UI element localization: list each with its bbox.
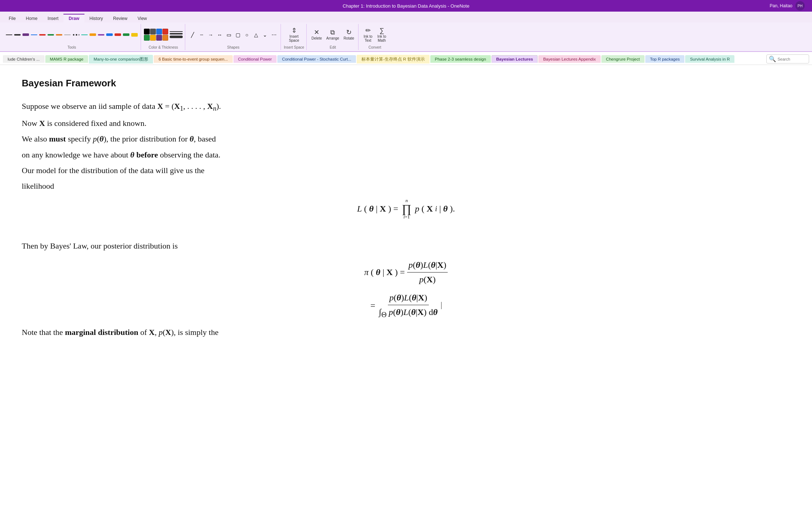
insert-space-label: InsertSpace bbox=[289, 34, 299, 42]
edit-content: ✕ Delete ⧉ Arrange ↻ Rotate bbox=[310, 24, 356, 45]
shapes-content: ╱ ┄ → ↔ ▭ ▢ ○ △ ⌄ ⋯ bbox=[188, 24, 278, 45]
swatch-yellow[interactable] bbox=[150, 35, 156, 41]
delete-label: Delete bbox=[311, 36, 322, 40]
edit-label: Edit bbox=[310, 45, 356, 50]
nav-tabs-right: 🔍 bbox=[766, 54, 809, 64]
tab-history[interactable]: History bbox=[84, 14, 108, 22]
ink-to-text-icon: ✏ bbox=[365, 27, 371, 34]
frac-1-den: p(X) bbox=[418, 273, 437, 286]
shape-more[interactable]: ⋯ bbox=[270, 31, 278, 39]
swatch-purple[interactable] bbox=[156, 35, 162, 41]
tab-review[interactable]: Review bbox=[108, 14, 132, 22]
arrange-button[interactable]: ⧉ Arrange bbox=[324, 28, 341, 41]
pen-tool-3[interactable] bbox=[22, 31, 30, 39]
shape-rect[interactable]: ▭ bbox=[224, 31, 233, 39]
swatch-orange[interactable] bbox=[162, 35, 168, 41]
thickness-thick[interactable] bbox=[170, 36, 183, 38]
pen-tool-9[interactable] bbox=[72, 31, 80, 39]
prod-lower: i=1 bbox=[403, 214, 410, 219]
delete-button[interactable]: ✕ Delete bbox=[310, 28, 324, 41]
swatch-green[interactable] bbox=[144, 35, 150, 41]
shape-rounded-rect[interactable]: ▢ bbox=[233, 31, 242, 39]
color-label: Color & Thickness bbox=[144, 45, 183, 50]
user-name: Pan, Haitao bbox=[770, 3, 792, 8]
para-3: We also must specify p(θ), the prior dis… bbox=[22, 132, 790, 145]
tab-view[interactable]: View bbox=[132, 14, 152, 22]
posterior-row2: = p(θ)L(θ|X) ∫Θ p(θ)L(θ|X) dθ bbox=[370, 291, 442, 320]
tab-survival[interactable]: Survival Analysis in R bbox=[685, 55, 734, 63]
shape-triangle[interactable]: △ bbox=[252, 31, 260, 39]
shape-chevron[interactable]: ⌄ bbox=[261, 31, 269, 39]
pen-tool-16[interactable] bbox=[130, 31, 138, 39]
tab-draw[interactable]: Draw bbox=[63, 14, 84, 22]
thickness-medium[interactable] bbox=[170, 33, 183, 34]
swatch-darkgray[interactable] bbox=[150, 29, 156, 34]
tools-label: Tools bbox=[5, 45, 138, 50]
swatch-black[interactable] bbox=[144, 29, 150, 34]
ribbon: File Home Insert Draw History Review Vie… bbox=[0, 12, 812, 52]
tab-childrens[interactable]: lude Children's ... bbox=[3, 55, 45, 63]
pen-tool-2[interactable] bbox=[13, 31, 21, 39]
rotate-button[interactable]: ↻ Rotate bbox=[342, 28, 356, 41]
pen-row-2 bbox=[72, 31, 138, 39]
ink-to-text-label: Ink toText bbox=[364, 34, 372, 42]
pen-tool-7[interactable] bbox=[55, 31, 63, 39]
tab-insert[interactable]: Insert bbox=[42, 14, 63, 22]
pen-tool-10[interactable] bbox=[80, 31, 88, 39]
pen-tool-8[interactable] bbox=[63, 31, 71, 39]
tab-bayesian[interactable]: Bayesian Lectures bbox=[492, 55, 538, 63]
tab-home[interactable]: Home bbox=[21, 14, 42, 22]
thickness-thin[interactable] bbox=[170, 31, 183, 32]
shape-double-arrow[interactable]: ↔ bbox=[215, 31, 224, 39]
tab-cond-stoch[interactable]: Conditional Power - Stochastic Curt... bbox=[277, 55, 356, 63]
ribbon-group-color: Color & Thickness bbox=[142, 24, 185, 50]
formula-likelihood: L(θ|X) = n ∏ i=1 p(Xi|θ). bbox=[22, 198, 790, 219]
pen-tool-1[interactable] bbox=[5, 31, 13, 39]
tab-cond-power[interactable]: Conditional Power bbox=[233, 55, 277, 63]
tab-basic-time[interactable]: 6 Basic time-to-event group sequen... bbox=[154, 55, 232, 63]
shape-line[interactable]: ╱ bbox=[188, 31, 197, 39]
frac-2-num: p(θ)L(θ|X) bbox=[388, 291, 428, 305]
ink-to-math-button[interactable]: ∑ Ink toMath bbox=[375, 26, 388, 44]
para-1: Suppose we observe an iid sample of data… bbox=[22, 100, 790, 114]
pen-tool-6[interactable] bbox=[47, 31, 55, 39]
nav-tabs: lude Children's ... MAMS R package Many-… bbox=[0, 52, 812, 65]
shape-dashed-line[interactable]: ┄ bbox=[197, 31, 206, 39]
convert-content: ✏ Ink toText ∑ Ink toMath bbox=[361, 24, 388, 45]
color-swatches bbox=[144, 29, 168, 41]
frac-2-den: ∫Θ p(θ)L(θ|X) dθ bbox=[377, 305, 439, 320]
pen-tool-12[interactable] bbox=[97, 31, 105, 39]
tab-top-r[interactable]: Top R packages bbox=[645, 55, 684, 63]
arrange-label: Arrange bbox=[326, 36, 339, 40]
pen-tool-4[interactable] bbox=[30, 31, 38, 39]
tab-phase23[interactable]: Phase 2-3 seamless design bbox=[430, 55, 491, 63]
tab-many-to-one[interactable]: Many-to-one comparison图形 bbox=[89, 55, 153, 64]
tab-mams[interactable]: MAMS R package bbox=[45, 55, 88, 63]
ink-to-math-icon: ∑ bbox=[380, 27, 384, 34]
tab-file[interactable]: File bbox=[4, 14, 21, 22]
para-7: Then by Bayes' Law, our posterior distri… bbox=[22, 239, 790, 252]
swatch-red[interactable] bbox=[162, 29, 168, 34]
ribbon-group-shapes: ╱ ┄ → ↔ ▭ ▢ ○ △ ⌄ ⋯ Shapes bbox=[186, 24, 281, 50]
tab-chengrure[interactable]: Chengrure Project bbox=[601, 55, 645, 63]
shape-circle[interactable]: ○ bbox=[243, 31, 251, 39]
tab-bayesian-appendix[interactable]: Bayesian Lectures Appendix bbox=[538, 55, 600, 63]
shape-arrow[interactable]: → bbox=[206, 31, 215, 39]
ribbon-tab-bar: File Home Insert Draw History Review Vie… bbox=[0, 12, 812, 22]
swatch-blue[interactable] bbox=[156, 29, 162, 34]
page-content: Bayesian Framework Suppose we observe an… bbox=[0, 65, 812, 508]
pen-tool-15[interactable] bbox=[122, 31, 130, 39]
pen-tool-11[interactable] bbox=[89, 31, 97, 39]
search-input[interactable] bbox=[778, 57, 807, 61]
ink-to-text-button[interactable]: ✏ Ink toText bbox=[361, 26, 374, 44]
delete-icon: ✕ bbox=[314, 29, 319, 36]
search-icon: 🔍 bbox=[769, 56, 776, 62]
insert-space-label: Insert Space bbox=[284, 45, 304, 50]
tab-chinese[interactable]: 标本量计算-生存终点 R 软件演示 bbox=[357, 55, 430, 64]
insert-space-button[interactable]: ⇕ InsertSpace bbox=[287, 26, 301, 44]
pen-tool-5[interactable] bbox=[38, 31, 46, 39]
pen-tool-14[interactable] bbox=[114, 31, 122, 39]
para-8: Note that the marginal distribution of X… bbox=[22, 326, 790, 339]
pen-tool-13[interactable] bbox=[105, 31, 113, 39]
arrange-icon: ⧉ bbox=[330, 29, 335, 36]
